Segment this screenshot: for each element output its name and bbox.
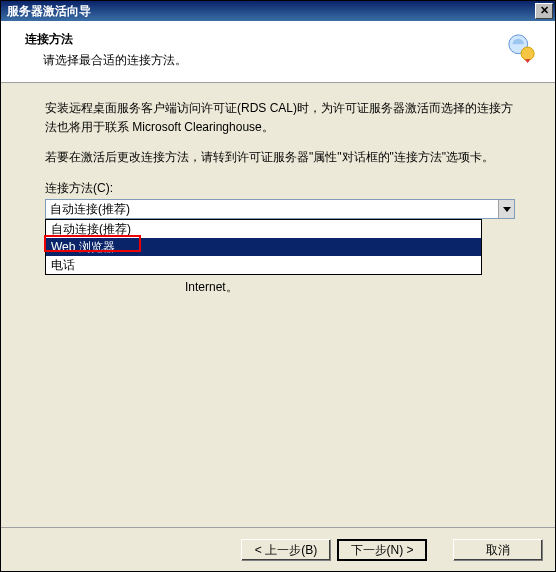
connection-method-combobox[interactable]: 自动连接(推荐) bbox=[45, 199, 515, 219]
window-title: 服务器激活向导 bbox=[7, 3, 535, 20]
option-web-browser[interactable]: Web 浏览器 bbox=[46, 238, 481, 256]
combobox-value: 自动连接(推荐) bbox=[46, 200, 498, 219]
paragraph-2: 若要在激活后更改连接方法，请转到许可证服务器"属性"对话框的"连接方法"选项卡。 bbox=[45, 148, 515, 167]
connection-method-dropdown: 自动连接(推荐) Web 浏览器 电话 bbox=[45, 219, 482, 275]
wizard-window: 服务器激活向导 ✕ 连接方法 请选择最合适的连接方法。 安装远程桌面服务客户端访… bbox=[0, 0, 556, 572]
svg-point-1 bbox=[521, 47, 534, 60]
chevron-down-icon[interactable] bbox=[498, 200, 514, 218]
close-button[interactable]: ✕ bbox=[535, 3, 553, 19]
connection-method-combo-wrap: 自动连接(推荐) 自动连接(推荐) Web 浏览器 电话 bbox=[45, 199, 515, 219]
titlebar: 服务器激活向导 ✕ bbox=[1, 1, 555, 21]
certificate-icon bbox=[507, 33, 537, 63]
next-button[interactable]: 下一步(N) > bbox=[337, 539, 427, 561]
header-title: 连接方法 bbox=[25, 31, 507, 48]
wizard-footer: < 上一步(B) 下一步(N) > 取消 bbox=[1, 527, 555, 571]
option-auto-connect[interactable]: 自动连接(推荐) bbox=[46, 220, 481, 238]
wizard-header: 连接方法 请选择最合适的连接方法。 bbox=[1, 21, 555, 83]
paragraph-1: 安装远程桌面服务客户端访问许可证(RDS CAL)时，为许可证服务器激活而选择的… bbox=[45, 99, 515, 136]
option-phone[interactable]: 电话 bbox=[46, 256, 481, 274]
connection-method-label: 连接方法(C): bbox=[45, 179, 515, 198]
back-button[interactable]: < 上一步(B) bbox=[241, 539, 331, 561]
wizard-body: 安装远程桌面服务客户端访问许可证(RDS CAL)时，为许可证服务器激活而选择的… bbox=[1, 83, 555, 527]
header-subtitle: 请选择最合适的连接方法。 bbox=[25, 52, 507, 69]
header-text: 连接方法 请选择最合适的连接方法。 bbox=[25, 31, 507, 69]
cancel-button[interactable]: 取消 bbox=[453, 539, 543, 561]
